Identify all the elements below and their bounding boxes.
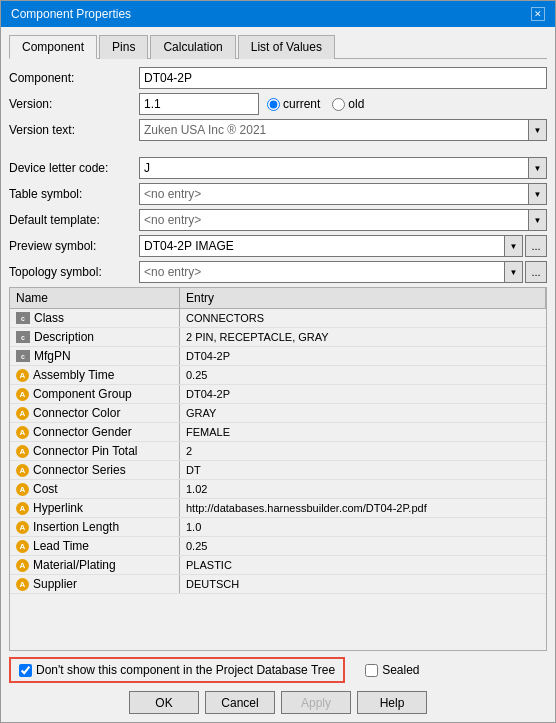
chevron-down-icon: ▼ bbox=[504, 262, 522, 282]
cell-entry: FEMALE bbox=[180, 423, 546, 441]
version-radio-group: current old bbox=[267, 97, 364, 111]
attr-icon: A bbox=[16, 388, 29, 401]
table-row[interactable]: c Class CONNECTORS bbox=[10, 309, 546, 328]
topology-symbol-row: Topology symbol: <no entry> ▼ ... bbox=[9, 261, 547, 283]
device-letter-select[interactable]: J ▼ bbox=[139, 157, 547, 179]
footer-section: Don't show this component in the Project… bbox=[9, 651, 547, 714]
content-area: Component Pins Calculation List of Value… bbox=[1, 27, 555, 722]
version-text-label: Version text: bbox=[9, 123, 139, 137]
attr-icon: A bbox=[16, 540, 29, 553]
attr-icon: A bbox=[16, 464, 29, 477]
table-row[interactable]: c MfgPN DT04-2P bbox=[10, 347, 546, 366]
preview-symbol-label: Preview symbol: bbox=[9, 239, 139, 253]
tab-bar: Component Pins Calculation List of Value… bbox=[9, 35, 547, 59]
button-row: OK Cancel Apply Help bbox=[9, 689, 547, 714]
tab-list-of-values[interactable]: List of Values bbox=[238, 35, 335, 59]
col-entry-header: Entry bbox=[180, 288, 546, 308]
table-row[interactable]: A Assembly Time 0.25 bbox=[10, 366, 546, 385]
cell-entry: DT04-2P bbox=[180, 347, 546, 365]
table-symbol-select[interactable]: <no entry> ▼ bbox=[139, 183, 547, 205]
table-row[interactable]: A Connector Gender FEMALE bbox=[10, 423, 546, 442]
topology-symbol-with-browse: <no entry> ▼ ... bbox=[139, 261, 547, 283]
sealed-label[interactable]: Sealed bbox=[365, 663, 419, 677]
version-old-radio[interactable] bbox=[332, 98, 345, 111]
version-row: Version: current old bbox=[9, 93, 547, 115]
attr-icon: A bbox=[16, 369, 29, 382]
version-text-select[interactable]: Zuken USA Inc ® 2021 ▼ bbox=[139, 119, 547, 141]
component-input[interactable] bbox=[139, 67, 547, 89]
cell-name: A Hyperlink bbox=[10, 499, 180, 517]
table-row[interactable]: A Cost 1.02 bbox=[10, 480, 546, 499]
table-row[interactable]: A Hyperlink http://databases.harnessbuil… bbox=[10, 499, 546, 518]
default-template-row: Default template: <no entry> ▼ bbox=[9, 209, 547, 231]
topology-symbol-label: Topology symbol: bbox=[9, 265, 139, 279]
apply-button[interactable]: Apply bbox=[281, 691, 351, 714]
version-controls: current old bbox=[139, 93, 364, 115]
table-row[interactable]: A Supplier DEUTSCH bbox=[10, 575, 546, 594]
cell-name: A Component Group bbox=[10, 385, 180, 403]
attr-icon: A bbox=[16, 407, 29, 420]
form-section: Component: Version: current old bbox=[9, 67, 547, 283]
table-row[interactable]: c Description 2 PIN, RECEPTACLE, GRAY bbox=[10, 328, 546, 347]
version-input[interactable] bbox=[139, 93, 259, 115]
help-button[interactable]: Help bbox=[357, 691, 427, 714]
cell-name: A Material/Plating bbox=[10, 556, 180, 574]
cancel-button[interactable]: Cancel bbox=[205, 691, 275, 714]
cell-entry: CONNECTORS bbox=[180, 309, 546, 327]
table-header: Name Entry bbox=[10, 288, 546, 309]
component-row: Component: bbox=[9, 67, 547, 89]
table-row[interactable]: A Connector Color GRAY bbox=[10, 404, 546, 423]
title-bar: Component Properties ✕ bbox=[1, 1, 555, 27]
tab-component[interactable]: Component bbox=[9, 35, 97, 59]
chevron-down-icon: ▼ bbox=[528, 184, 546, 204]
attr-icon: A bbox=[16, 483, 29, 496]
cell-entry: 1.02 bbox=[180, 480, 546, 498]
ok-button[interactable]: OK bbox=[129, 691, 199, 714]
cell-name: c Description bbox=[10, 328, 180, 346]
topology-symbol-select[interactable]: <no entry> ▼ bbox=[139, 261, 523, 283]
cell-entry: DT04-2P bbox=[180, 385, 546, 403]
tab-calculation[interactable]: Calculation bbox=[150, 35, 235, 59]
table-row[interactable]: A Component Group DT04-2P bbox=[10, 385, 546, 404]
default-template-label: Default template: bbox=[9, 213, 139, 227]
tab-pins[interactable]: Pins bbox=[99, 35, 148, 59]
preview-browse-button[interactable]: ... bbox=[525, 235, 547, 257]
cell-entry: 0.25 bbox=[180, 537, 546, 555]
topology-browse-button[interactable]: ... bbox=[525, 261, 547, 283]
preview-symbol-select[interactable]: DT04-2P IMAGE ▼ bbox=[139, 235, 523, 257]
dont-show-checkbox[interactable] bbox=[19, 664, 32, 677]
chevron-down-icon: ▼ bbox=[528, 158, 546, 178]
cell-name: A Connector Series bbox=[10, 461, 180, 479]
sealed-checkbox[interactable] bbox=[365, 664, 378, 677]
cell-entry: 2 PIN, RECEPTACLE, GRAY bbox=[180, 328, 546, 346]
version-current-label[interactable]: current bbox=[267, 97, 320, 111]
default-template-select[interactable]: <no entry> ▼ bbox=[139, 209, 547, 231]
device-letter-row: Device letter code: J ▼ bbox=[9, 157, 547, 179]
table-row[interactable]: A Lead Time 0.25 bbox=[10, 537, 546, 556]
cell-name: c Class bbox=[10, 309, 180, 327]
cell-entry: 1.0 bbox=[180, 518, 546, 536]
col-name-header: Name bbox=[10, 288, 180, 308]
close-button[interactable]: ✕ bbox=[531, 7, 545, 21]
cell-name: A Connector Pin Total bbox=[10, 442, 180, 460]
title-bar-controls: ✕ bbox=[531, 7, 545, 21]
class-icon: c bbox=[16, 312, 30, 324]
table-row[interactable]: A Connector Series DT bbox=[10, 461, 546, 480]
table-symbol-row: Table symbol: <no entry> ▼ bbox=[9, 183, 547, 205]
cell-entry: GRAY bbox=[180, 404, 546, 422]
table-body: c Class CONNECTORS c Description 2 PIN, … bbox=[10, 309, 546, 594]
cell-entry: 2 bbox=[180, 442, 546, 460]
cell-entry: 0.25 bbox=[180, 366, 546, 384]
table-row[interactable]: A Material/Plating PLASTIC bbox=[10, 556, 546, 575]
cell-name: A Assembly Time bbox=[10, 366, 180, 384]
cell-entry: DT bbox=[180, 461, 546, 479]
attr-icon: A bbox=[16, 559, 29, 572]
table-row[interactable]: A Insertion Length 1.0 bbox=[10, 518, 546, 537]
cell-name: A Insertion Length bbox=[10, 518, 180, 536]
cell-name: A Connector Gender bbox=[10, 423, 180, 441]
chevron-down-icon: ▼ bbox=[528, 210, 546, 230]
version-old-label[interactable]: old bbox=[332, 97, 364, 111]
main-window: Component Properties ✕ Component Pins Ca… bbox=[0, 0, 556, 723]
table-row[interactable]: A Connector Pin Total 2 bbox=[10, 442, 546, 461]
version-current-radio[interactable] bbox=[267, 98, 280, 111]
